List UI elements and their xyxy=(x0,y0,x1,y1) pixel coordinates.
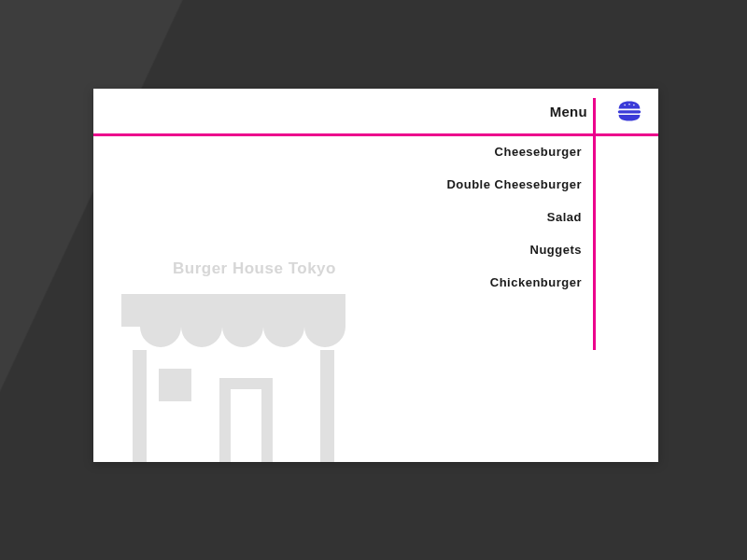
svg-rect-0 xyxy=(618,110,641,113)
svg-rect-4 xyxy=(133,350,147,462)
menu-item-salad[interactable]: Salad xyxy=(446,210,582,224)
vertical-divider xyxy=(593,98,596,350)
menu-item-nuggets[interactable]: Nuggets xyxy=(446,243,582,257)
burger-icon[interactable] xyxy=(617,101,641,121)
page-title: Menu xyxy=(550,104,587,119)
svg-point-2 xyxy=(628,104,630,105)
svg-rect-6 xyxy=(159,369,191,401)
menu-item-chickenburger[interactable]: Chickenburger xyxy=(446,275,582,289)
svg-rect-7 xyxy=(219,378,231,462)
horizontal-divider xyxy=(93,133,658,136)
storefront-icon xyxy=(112,275,355,462)
menu-item-double-cheeseburger[interactable]: Double Cheeseburger xyxy=(446,177,582,191)
app-card: Menu Cheeseburger Double Cheeseburger Sa… xyxy=(93,89,658,462)
svg-rect-5 xyxy=(320,350,334,462)
svg-rect-9 xyxy=(219,378,273,389)
menu-item-cheeseburger[interactable]: Cheeseburger xyxy=(446,145,582,159)
svg-point-1 xyxy=(624,105,626,106)
menu-list: Cheeseburger Double Cheeseburger Salad N… xyxy=(446,145,582,289)
svg-point-3 xyxy=(633,105,635,106)
svg-rect-8 xyxy=(261,378,273,462)
header: Menu xyxy=(93,89,658,133)
